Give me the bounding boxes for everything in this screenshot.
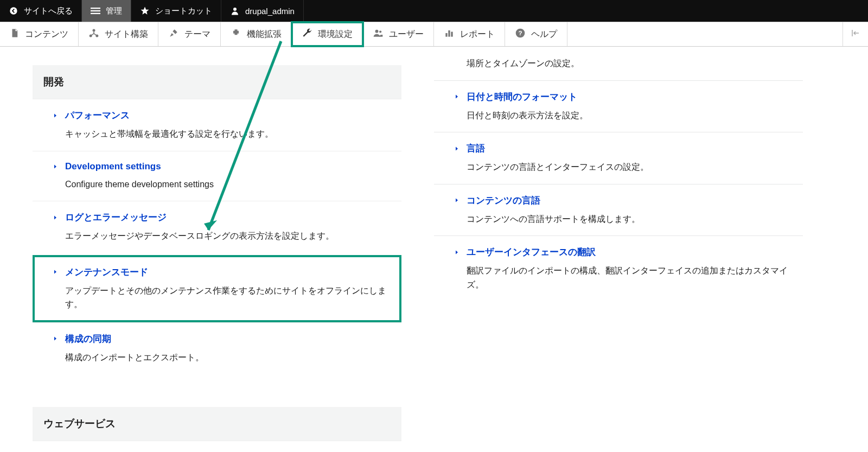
collapse-tray-button[interactable] [843,22,868,46]
svg-text:?: ? [518,29,522,36]
structure-icon [88,28,99,41]
config-desc: アップデートとその他のメンテナンス作業をするためにサイトをオフラインにします。 [65,284,391,311]
config-desc: Configure theme development settings [65,177,391,192]
config-content: 開発 パフォーマンス キャッシュと帯域幅を最適化する設定を行ないます。 Deve… [0,47,868,452]
config-item-datetime: 日付と時間のフォーマット 日付と時刻の表示方法を設定。 [434,80,803,132]
shortcuts-button[interactable]: ショートカット [131,0,221,22]
config-link-content-language[interactable]: コンテンツの言語 [454,194,792,207]
config-link-performance[interactable]: パフォーマンス [52,109,391,122]
tab-help[interactable]: ? ヘルプ [505,22,567,46]
config-desc: 日付と時刻の表示方法を設定。 [467,109,792,123]
svg-rect-10 [445,33,447,37]
config-link-config-sync[interactable]: 構成の同期 [52,333,391,345]
svg-rect-11 [448,30,450,37]
back-to-site-button[interactable]: サイトへ戻る [0,0,82,22]
user-icon [230,6,240,16]
tab-appearance-label: テーマ [184,29,210,40]
tab-configuration[interactable]: 環境設定 [292,22,363,46]
svg-point-5 [93,29,95,32]
back-arrow-icon [9,6,18,16]
config-desc: エラーメッセージやデータベースロギングの表示方法を設定します。 [65,229,391,243]
svg-point-9 [379,30,381,33]
menu-spacer [567,22,843,46]
chevron-right-icon [454,249,460,256]
chevron-right-icon [52,163,59,170]
config-desc: 場所とタイムゾーンの設定。 [467,56,792,71]
config-link-label: パフォーマンス [65,109,130,122]
config-link-label: コンテンツの言語 [467,194,540,207]
svg-point-0 [10,7,17,14]
admin-toolbar: サイトへ戻る 管理 ショートカット drupal_admin [0,0,868,22]
reports-icon [444,28,455,41]
tab-extend[interactable]: 機能拡張 [221,22,292,46]
tab-structure[interactable]: サイト構築 [79,22,158,46]
config-item-content-language: コンテンツの言語 コンテンツへの言語サポートを構成します。 [434,184,803,236]
svg-rect-2 [91,10,100,11]
config-link-label: Development settings [65,161,161,172]
config-desc: コンテンツへの言語サポートを構成します。 [467,212,792,226]
chevron-right-icon [454,93,460,100]
tab-configuration-label: 環境設定 [318,29,353,40]
config-desc: 翻訳ファイルのインポートの構成、翻訳インターフェイスの追加またはカスタマイズ。 [467,264,792,291]
svg-rect-12 [451,32,452,37]
chevron-right-icon [52,214,59,221]
svg-rect-3 [91,13,100,14]
section-development-header: 開発 [33,65,401,99]
chevron-right-icon [52,112,59,119]
manage-button[interactable]: 管理 [82,0,131,22]
user-button[interactable]: drupal_admin [221,0,304,22]
config-item-maintenance-highlighted: メンテナンスモード アップデートとその他のメンテナンス作業をするためにサイトをオ… [33,255,401,322]
svg-point-8 [375,30,379,33]
hamburger-icon [91,6,100,16]
document-icon [10,28,20,40]
config-column-right: 場所とタイムゾーンの設定。 日付と時間のフォーマット 日付と時刻の表示方法を設定… [434,47,803,452]
help-icon: ? [515,28,526,41]
tab-structure-label: サイト構築 [105,29,148,40]
appearance-icon [168,28,179,41]
config-link-label: 構成の同期 [65,333,111,345]
config-link-label: 日付と時間のフォーマット [467,91,577,103]
admin-menu-bar: コンテンツ サイト構築 テーマ 機能拡張 環境設定 [0,22,868,47]
people-icon [373,28,384,41]
config-item-logging: ログとエラーメッセージ エラーメッセージやデータベースロギングの表示方法を設定し… [33,201,401,253]
config-link-maintenance[interactable]: メンテナンスモード [52,266,391,278]
config-link-languages[interactable]: 言語 [454,142,792,155]
tab-appearance[interactable]: テーマ [158,22,221,46]
config-link-label: メンテナンスモード [65,266,148,278]
tab-content[interactable]: コンテンツ [0,22,79,46]
config-link-logging[interactable]: ログとエラーメッセージ [52,211,391,224]
config-item-config-sync: 構成の同期 構成のインポートとエクスポート。 [33,322,401,374]
svg-rect-15 [852,30,853,36]
config-item-languages: 言語 コンテンツの言語とインターフェイスの設定。 [434,132,803,184]
wrench-icon [302,28,312,41]
back-to-site-label: サイトへ戻る [24,6,73,16]
config-link-ui-translation[interactable]: ユーザーインタフェースの翻訳 [454,246,792,258]
shortcuts-label: ショートカット [155,6,212,16]
star-icon [140,6,150,16]
tab-extend-label: 機能拡張 [247,29,282,40]
svg-point-4 [233,8,237,11]
config-item-ui-translation: ユーザーインタフェースの翻訳 翻訳ファイルのインポートの構成、翻訳インターフェイ… [434,235,803,301]
tab-content-label: コンテンツ [25,29,68,40]
collapse-icon [851,28,860,40]
config-link-datetime[interactable]: 日付と時間のフォーマット [454,91,792,103]
chevron-right-icon [52,335,59,342]
tab-reports-label: レポート [460,29,495,40]
config-desc: キャッシュと帯域幅を最適化する設定を行ないます。 [65,127,391,141]
config-item-regional-partial: 場所とタイムゾーンの設定。 [434,47,803,80]
config-link-label: ログとエラーメッセージ [65,211,167,224]
config-column-left: 開発 パフォーマンス キャッシュと帯域幅を最適化する設定を行ないます。 Deve… [33,47,401,452]
manage-label: 管理 [106,6,122,16]
tab-help-label: ヘルプ [531,29,557,40]
extend-icon [231,28,241,41]
tab-reports[interactable]: レポート [434,22,505,46]
config-link-dev-settings[interactable]: Development settings [52,161,391,172]
config-item-rss: RSS 配信 [33,441,401,452]
tab-people[interactable]: ユーザー [363,22,434,46]
chevron-right-icon [454,145,460,152]
config-item-dev-settings: Development settings Configure theme dev… [33,151,401,201]
user-label: drupal_admin [245,7,295,16]
config-desc: コンテンツの言語とインターフェイスの設定。 [467,160,792,174]
tab-people-label: ユーザー [389,29,424,40]
section-webservices-header: ウェブサービス [33,407,401,441]
